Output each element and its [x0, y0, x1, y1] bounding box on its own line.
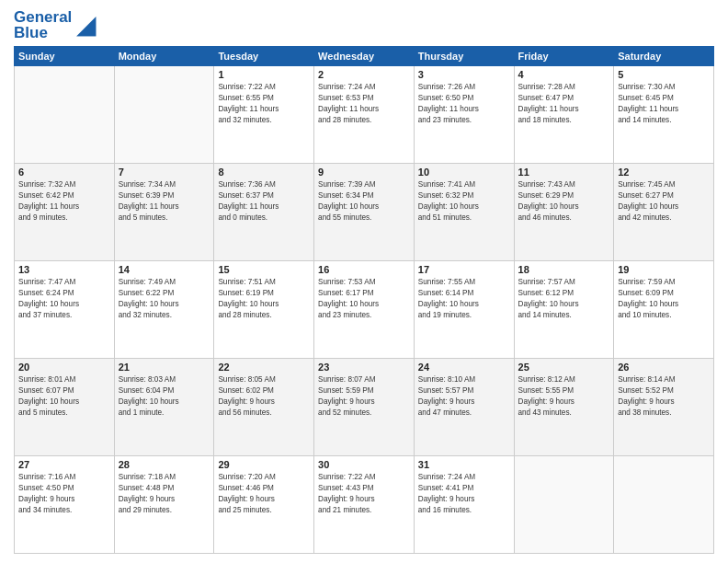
- day-number: 20: [18, 362, 110, 373]
- day-number: 15: [218, 264, 310, 275]
- day-number: 18: [518, 264, 610, 275]
- weekday-header-tuesday: Tuesday: [214, 47, 314, 66]
- calendar-cell: 21Sunrise: 8:03 AM Sunset: 6:04 PM Dayli…: [114, 359, 214, 456]
- day-info: Sunrise: 7:57 AM Sunset: 6:12 PM Dayligh…: [518, 277, 610, 321]
- day-number: 16: [318, 264, 410, 275]
- weekday-header-saturday: Saturday: [614, 47, 714, 66]
- day-info: Sunrise: 7:22 AM Sunset: 6:55 PM Dayligh…: [218, 82, 310, 126]
- day-info: Sunrise: 7:45 AM Sunset: 6:27 PM Dayligh…: [618, 179, 710, 224]
- calendar-cell: [15, 66, 115, 164]
- calendar-cell: 14Sunrise: 7:49 AM Sunset: 6:22 PM Dayli…: [114, 261, 214, 359]
- day-info: Sunrise: 7:59 AM Sunset: 6:09 PM Dayligh…: [618, 277, 710, 321]
- calendar-cell: 15Sunrise: 7:51 AM Sunset: 6:19 PM Dayli…: [214, 261, 314, 359]
- calendar-cell: 24Sunrise: 8:10 AM Sunset: 5:57 PM Dayli…: [414, 359, 514, 456]
- day-info: Sunrise: 7:39 AM Sunset: 6:34 PM Dayligh…: [318, 179, 410, 224]
- day-number: 8: [218, 167, 310, 178]
- day-number: 29: [218, 459, 310, 470]
- day-number: 4: [518, 69, 610, 80]
- day-info: Sunrise: 7:55 AM Sunset: 6:14 PM Dayligh…: [418, 277, 510, 321]
- logo-blue: Blue: [14, 25, 72, 40]
- calendar-cell: [514, 456, 614, 554]
- day-number: 31: [418, 459, 510, 470]
- day-info: Sunrise: 7:32 AM Sunset: 6:42 PM Dayligh…: [18, 179, 110, 224]
- calendar-cell: 1Sunrise: 7:22 AM Sunset: 6:55 PM Daylig…: [214, 66, 314, 164]
- day-info: Sunrise: 8:03 AM Sunset: 6:04 PM Dayligh…: [119, 374, 210, 419]
- day-number: 1: [218, 69, 310, 80]
- day-info: Sunrise: 8:14 AM Sunset: 5:52 PM Dayligh…: [618, 374, 710, 419]
- day-number: 25: [518, 362, 610, 373]
- calendar-cell: 19Sunrise: 7:59 AM Sunset: 6:09 PM Dayli…: [614, 261, 714, 359]
- weekday-header-friday: Friday: [514, 47, 614, 66]
- day-info: Sunrise: 7:22 AM Sunset: 4:43 PM Dayligh…: [318, 472, 410, 516]
- day-number: 3: [418, 69, 510, 80]
- calendar-cell: 4Sunrise: 7:28 AM Sunset: 6:47 PM Daylig…: [514, 66, 614, 164]
- day-info: Sunrise: 7:36 AM Sunset: 6:37 PM Dayligh…: [218, 179, 310, 224]
- calendar-cell: 25Sunrise: 8:12 AM Sunset: 5:55 PM Dayli…: [514, 359, 614, 456]
- day-number: 22: [218, 362, 310, 373]
- calendar-cell: 26Sunrise: 8:14 AM Sunset: 5:52 PM Dayli…: [614, 359, 714, 456]
- calendar-table: SundayMondayTuesdayWednesdayThursdayFrid…: [14, 46, 714, 554]
- day-number: 30: [318, 459, 410, 470]
- logo-bird-icon: ◢: [76, 12, 97, 38]
- calendar-cell: 16Sunrise: 7:53 AM Sunset: 6:17 PM Dayli…: [314, 261, 415, 359]
- day-info: Sunrise: 7:49 AM Sunset: 6:22 PM Dayligh…: [119, 277, 210, 321]
- day-number: 11: [518, 167, 610, 178]
- calendar-cell: 18Sunrise: 7:57 AM Sunset: 6:12 PM Dayli…: [514, 261, 614, 359]
- day-number: 12: [618, 167, 710, 178]
- day-number: 19: [618, 264, 710, 275]
- day-info: Sunrise: 7:26 AM Sunset: 6:50 PM Dayligh…: [418, 82, 510, 126]
- calendar-cell: 27Sunrise: 7:16 AM Sunset: 4:50 PM Dayli…: [15, 456, 115, 554]
- day-number: 9: [318, 167, 410, 178]
- calendar-cell: 23Sunrise: 8:07 AM Sunset: 5:59 PM Dayli…: [314, 359, 415, 456]
- day-info: Sunrise: 7:41 AM Sunset: 6:32 PM Dayligh…: [418, 179, 510, 224]
- day-info: Sunrise: 8:10 AM Sunset: 5:57 PM Dayligh…: [418, 374, 510, 419]
- weekday-header-wednesday: Wednesday: [314, 47, 415, 66]
- calendar-cell: 17Sunrise: 7:55 AM Sunset: 6:14 PM Dayli…: [414, 261, 514, 359]
- day-info: Sunrise: 7:24 AM Sunset: 4:41 PM Dayligh…: [418, 472, 510, 516]
- calendar-cell: 7Sunrise: 7:34 AM Sunset: 6:39 PM Daylig…: [114, 164, 214, 261]
- calendar-week-4: 27Sunrise: 7:16 AM Sunset: 4:50 PM Dayli…: [15, 456, 714, 554]
- day-info: Sunrise: 7:28 AM Sunset: 6:47 PM Dayligh…: [518, 82, 610, 126]
- day-number: 14: [119, 264, 210, 275]
- day-info: Sunrise: 8:12 AM Sunset: 5:55 PM Dayligh…: [518, 374, 610, 419]
- calendar-week-2: 13Sunrise: 7:47 AM Sunset: 6:24 PM Dayli…: [15, 261, 714, 359]
- calendar-week-1: 6Sunrise: 7:32 AM Sunset: 6:42 PM Daylig…: [15, 164, 714, 261]
- day-info: Sunrise: 7:51 AM Sunset: 6:19 PM Dayligh…: [218, 277, 310, 321]
- calendar-cell: 11Sunrise: 7:43 AM Sunset: 6:29 PM Dayli…: [514, 164, 614, 261]
- day-number: 13: [18, 264, 110, 275]
- calendar-cell: 8Sunrise: 7:36 AM Sunset: 6:37 PM Daylig…: [214, 164, 314, 261]
- day-info: Sunrise: 7:47 AM Sunset: 6:24 PM Dayligh…: [18, 277, 110, 321]
- day-info: Sunrise: 7:43 AM Sunset: 6:29 PM Dayligh…: [518, 179, 610, 224]
- calendar-cell: 22Sunrise: 8:05 AM Sunset: 6:02 PM Dayli…: [214, 359, 314, 456]
- weekday-header-sunday: Sunday: [15, 47, 115, 66]
- day-info: Sunrise: 7:53 AM Sunset: 6:17 PM Dayligh…: [318, 277, 410, 321]
- calendar-cell: 13Sunrise: 7:47 AM Sunset: 6:24 PM Dayli…: [15, 261, 115, 359]
- weekday-header-monday: Monday: [114, 47, 214, 66]
- day-number: 2: [318, 69, 410, 80]
- calendar-cell: 30Sunrise: 7:22 AM Sunset: 4:43 PM Dayli…: [314, 456, 415, 554]
- day-number: 28: [119, 459, 210, 470]
- day-info: Sunrise: 7:18 AM Sunset: 4:48 PM Dayligh…: [119, 472, 210, 516]
- header: General Blue ◢: [14, 9, 714, 40]
- calendar-cell: 28Sunrise: 7:18 AM Sunset: 4:48 PM Dayli…: [114, 456, 214, 554]
- day-info: Sunrise: 7:34 AM Sunset: 6:39 PM Dayligh…: [119, 179, 210, 224]
- calendar-cell: 29Sunrise: 7:20 AM Sunset: 4:46 PM Dayli…: [214, 456, 314, 554]
- calendar-cell: 12Sunrise: 7:45 AM Sunset: 6:27 PM Dayli…: [614, 164, 714, 261]
- day-info: Sunrise: 7:20 AM Sunset: 4:46 PM Dayligh…: [218, 472, 310, 516]
- calendar-cell: 20Sunrise: 8:01 AM Sunset: 6:07 PM Dayli…: [15, 359, 115, 456]
- day-number: 23: [318, 362, 410, 373]
- day-info: Sunrise: 7:30 AM Sunset: 6:45 PM Dayligh…: [618, 82, 710, 126]
- calendar-cell: 2Sunrise: 7:24 AM Sunset: 6:53 PM Daylig…: [314, 66, 415, 164]
- day-number: 17: [418, 264, 510, 275]
- calendar-cell: 3Sunrise: 7:26 AM Sunset: 6:50 PM Daylig…: [414, 66, 514, 164]
- day-number: 5: [618, 69, 710, 80]
- calendar-week-3: 20Sunrise: 8:01 AM Sunset: 6:07 PM Dayli…: [15, 359, 714, 456]
- calendar-cell: 31Sunrise: 7:24 AM Sunset: 4:41 PM Dayli…: [414, 456, 514, 554]
- calendar-cell: 9Sunrise: 7:39 AM Sunset: 6:34 PM Daylig…: [314, 164, 415, 261]
- calendar-header-row: SundayMondayTuesdayWednesdayThursdayFrid…: [15, 47, 714, 66]
- calendar-cell: 10Sunrise: 7:41 AM Sunset: 6:32 PM Dayli…: [414, 164, 514, 261]
- day-info: Sunrise: 7:24 AM Sunset: 6:53 PM Dayligh…: [318, 82, 410, 126]
- day-info: Sunrise: 8:07 AM Sunset: 5:59 PM Dayligh…: [318, 374, 410, 419]
- calendar-week-0: 1Sunrise: 7:22 AM Sunset: 6:55 PM Daylig…: [15, 66, 714, 164]
- day-number: 24: [418, 362, 510, 373]
